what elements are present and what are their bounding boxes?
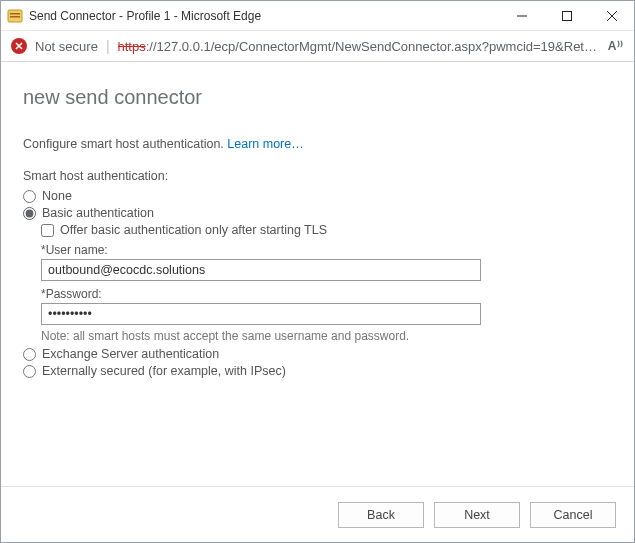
window-titlebar: Send Connector - Profile 1 - Microsoft E… (1, 1, 634, 31)
svg-rect-3 (517, 15, 527, 16)
username-input[interactable] (41, 259, 481, 281)
learn-more-link[interactable]: Learn more… (227, 137, 303, 151)
radio-basic[interactable]: Basic authentication (23, 206, 612, 220)
checkbox-tls-input[interactable] (41, 224, 54, 237)
not-secure-label[interactable]: Not secure (35, 39, 98, 54)
window-controls (499, 1, 634, 30)
close-button[interactable] (589, 1, 634, 30)
not-secure-icon[interactable] (11, 38, 27, 54)
cancel-button[interactable]: Cancel (530, 502, 616, 528)
url-rest: ://127.0.0.1/ecp/ConnectorMgmt/NewSendCo… (146, 39, 597, 54)
radio-external[interactable]: Externally secured (for example, with IP… (23, 364, 612, 378)
password-input[interactable] (41, 303, 481, 325)
intro-text: Configure smart host authentication. Lea… (23, 137, 612, 151)
username-label: *User name: (41, 243, 612, 257)
radio-basic-input[interactable] (23, 207, 36, 220)
radio-external-label: Externally secured (for example, with IP… (42, 364, 286, 378)
next-button[interactable]: Next (434, 502, 520, 528)
url-text[interactable]: https://127.0.0.1/ecp/ConnectorMgmt/NewS… (118, 39, 600, 54)
radio-exchange-label: Exchange Server authentication (42, 347, 219, 361)
section-label: Smart host authentication: (23, 169, 612, 183)
svg-rect-2 (10, 16, 20, 18)
radio-none-label: None (42, 189, 72, 203)
back-button[interactable]: Back (338, 502, 424, 528)
auth-note: Note: all smart hosts must accept the sa… (41, 329, 612, 343)
intro-plain: Configure smart host authentication. (23, 137, 227, 151)
address-separator: | (106, 38, 110, 54)
checkbox-tls-label: Offer basic authentication only after st… (60, 223, 327, 237)
radio-none[interactable]: None (23, 189, 612, 203)
svg-rect-1 (10, 13, 20, 15)
radio-exchange[interactable]: Exchange Server authentication (23, 347, 612, 361)
minimize-button[interactable] (499, 1, 544, 30)
radio-external-input[interactable] (23, 365, 36, 378)
basic-auth-panel: Offer basic authentication only after st… (41, 223, 612, 343)
address-bar: Not secure | https://127.0.0.1/ecp/Conne… (1, 31, 634, 62)
window-title: Send Connector - Profile 1 - Microsoft E… (29, 9, 499, 23)
page-content: new send connector Configure smart host … (1, 62, 634, 486)
checkbox-tls[interactable]: Offer basic authentication only after st… (41, 223, 612, 237)
radio-none-input[interactable] (23, 190, 36, 203)
svg-rect-4 (562, 11, 571, 20)
radio-exchange-input[interactable] (23, 348, 36, 361)
radio-basic-label: Basic authentication (42, 206, 154, 220)
password-label: *Password: (41, 287, 612, 301)
wizard-footer: Back Next Cancel (1, 486, 634, 542)
app-icon (7, 8, 23, 24)
url-scheme: https (118, 39, 146, 54)
page-title: new send connector (23, 86, 612, 109)
read-aloud-icon[interactable]: A⁾⁾ (608, 39, 624, 53)
maximize-button[interactable] (544, 1, 589, 30)
